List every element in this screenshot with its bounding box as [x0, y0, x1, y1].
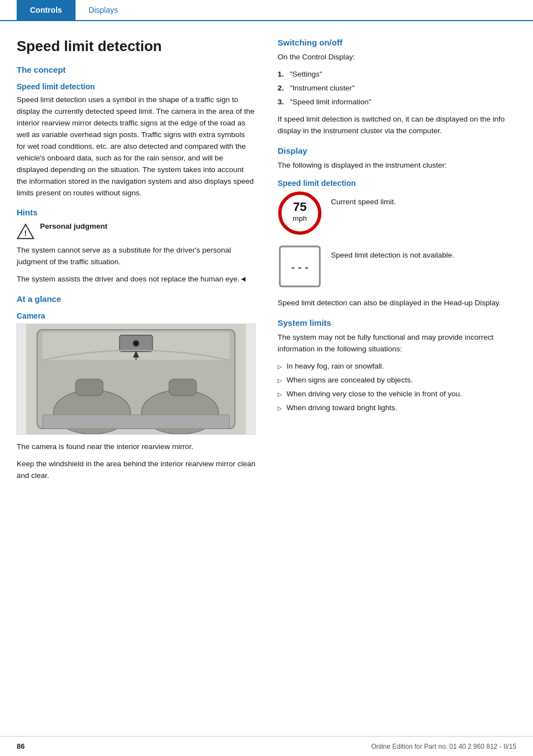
limit-4: When driving toward bright lights. [278, 402, 516, 414]
limit-2: When signs are concealed by objects. [278, 375, 516, 386]
page-title: Speed limit detection [17, 38, 255, 55]
speed-sign-row-1: 75 mph Current speed limit. [278, 191, 516, 235]
speed-sign-row-2: - - - Speed limit detection is not avail… [278, 244, 516, 289]
sign1-caption: Current speed limit. [331, 191, 396, 208]
concept-section-header: The concept [17, 65, 255, 74]
step-1: 1. "Settings" [278, 69, 516, 80]
speed-sign-dashes: - - - [278, 244, 322, 289]
speed-sign-75: 75 mph [278, 191, 322, 235]
step-1-text: "Settings" [290, 69, 322, 80]
steps-list: 1. "Settings" 2. "Instrument cluster" 3.… [278, 69, 516, 108]
svg-text:mph: mph [293, 214, 306, 223]
display-intro: The following is displayed in the instru… [278, 160, 516, 172]
hints-bold: Personal judgment [40, 222, 108, 230]
hints-header: Hints [17, 208, 255, 217]
content-wrapper: Speed limit detection The concept Speed … [0, 21, 533, 504]
camera-subheader: Camera [17, 311, 255, 320]
limits-list: In heavy fog, rain or snowfall. When sig… [278, 361, 516, 414]
display-footer: Speed limit detection can also be displa… [278, 298, 516, 309]
camera-caption: The camera is found near the interior re… [17, 441, 255, 453]
warning-icon: ! [17, 223, 34, 240]
footer-edition: Online Edition for Part no. 01 40 2 960 … [371, 743, 516, 750]
car-interior-svg [17, 324, 255, 434]
step-2-text: "Instrument cluster" [290, 83, 355, 94]
svg-point-7 [134, 342, 138, 345]
at-glance-header: At a glance [17, 294, 255, 304]
step-1-num: 1. [278, 69, 286, 80]
step-3-num: 3. [278, 97, 286, 108]
header-tabs: Controls Displays [0, 0, 533, 21]
windshield-text: Keep the windshield in the area behind t… [17, 458, 255, 482]
svg-rect-11 [76, 379, 103, 396]
svg-text:75: 75 [293, 200, 306, 214]
limit-3: When driving very close to the vehicle i… [278, 389, 516, 400]
concept-body: Speed limit detection uses a symbol in t… [17, 94, 255, 199]
svg-rect-12 [169, 379, 197, 396]
system-limits-intro: The system may not be fully functional a… [278, 332, 516, 355]
svg-text:!: ! [24, 229, 27, 238]
switching-header: Switching on/off [278, 38, 516, 47]
limit-1: In heavy fog, rain or snowfall. [278, 361, 516, 372]
display-header: Display [278, 146, 516, 155]
tab-displays[interactable]: Displays [76, 0, 132, 20]
switching-body: If speed limit detection is switched on,… [278, 114, 516, 137]
svg-rect-13 [43, 415, 230, 429]
sign2-caption: Speed limit detection is not available. [331, 244, 454, 261]
footer: 86 Online Edition for Part no. 01 40 2 9… [0, 736, 533, 756]
hints-body: The system cannot serve as a substitute … [17, 245, 255, 268]
system-limits-header: System limits [278, 318, 516, 327]
hints-box: ! Personal judgment [17, 221, 255, 240]
page-number: 86 [17, 742, 24, 750]
left-column: Speed limit detection The concept Speed … [17, 38, 255, 487]
step-2-num: 2. [278, 83, 286, 94]
step-3: 3. "Speed limit information" [278, 97, 516, 108]
step-2: 2. "Instrument cluster" [278, 83, 516, 94]
right-column: Switching on/off On the Control Display:… [278, 38, 516, 487]
hints-text: Personal judgment [40, 221, 108, 230]
camera-image [17, 324, 255, 435]
speed-limit-subheader-right: Speed limit detection [278, 179, 516, 188]
step-3-text: "Speed limit information" [290, 97, 371, 108]
hints-body2: The system assists the driver and does n… [17, 274, 255, 285]
svg-text:- - -: - - - [291, 261, 308, 273]
speed-limit-subheader-left: Speed limit detection [17, 82, 255, 91]
tab-controls[interactable]: Controls [17, 0, 76, 20]
switching-intro: On the Control Display: [278, 52, 516, 63]
